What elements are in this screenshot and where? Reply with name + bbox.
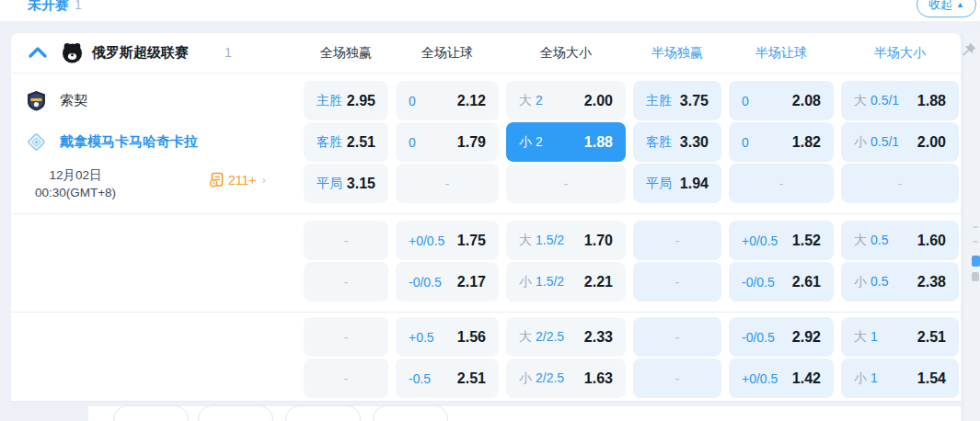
bet-label-prefix: 大	[519, 329, 532, 344]
odds-cell[interactable]: 客胜3.30	[633, 122, 721, 162]
odds-cell[interactable]: 小11.54	[841, 358, 959, 398]
bet-line: 0.5/1	[870, 134, 899, 149]
chevron-right-icon: ›	[262, 173, 266, 187]
away-team-name[interactable]: 戴拿模马卡马哈奇卡拉	[60, 133, 198, 151]
odds-cell[interactable]: 02.08	[729, 81, 834, 120]
match-datetime: 12月02日 00:30(GMT+8)	[11, 167, 140, 202]
odds-cell[interactable]: 小1.5/22.21	[506, 262, 626, 302]
bet-label-prefix: 小	[854, 274, 867, 289]
bet-label-prefix: 小	[854, 370, 867, 385]
empty-dash: -	[344, 371, 349, 386]
more-markets-link[interactable]: 211+ ›	[209, 172, 266, 188]
match-time: 00:30(GMT+8)	[11, 185, 140, 202]
odds-cell[interactable]: 大0.51.60	[841, 221, 959, 260]
bet-line: 0.5/1	[870, 93, 899, 108]
bet-label-prefix: 大	[519, 93, 532, 108]
bottom-pill[interactable]	[285, 405, 361, 421]
odds-cell[interactable]: 主胜2.95	[304, 81, 388, 120]
odds-value: 2.51	[457, 370, 486, 387]
bet-line: -0/0.5	[409, 275, 442, 290]
odds-block: -+0.51.56大2/2.52.33--0/0.52.92大12.51--0.…	[304, 317, 959, 400]
bet-label: -0.5	[409, 371, 431, 386]
chevron-up-icon[interactable]	[28, 44, 48, 63]
floating-widget-blue-icon[interactable]	[972, 256, 980, 267]
odds-cell[interactable]: 大0.5/11.88	[841, 81, 959, 120]
odds-value: 3.75	[680, 93, 709, 109]
pushpin-icon[interactable]	[961, 41, 977, 58]
bottom-pill[interactable]	[373, 405, 448, 421]
odds-cell-selected[interactable]: 小21.88	[506, 122, 626, 162]
bet-line: 2/2.5	[536, 329, 564, 344]
home-team-logo	[26, 90, 47, 111]
section-divider	[11, 213, 961, 214]
empty-dash: -	[344, 233, 349, 248]
odds-cell[interactable]: +0/0.51.42	[729, 358, 834, 398]
odds-row: 平局3.15--平局1.94--	[304, 164, 959, 203]
odds-cell[interactable]: -0/0.52.61	[729, 262, 834, 302]
odds-value: 2.61	[792, 274, 821, 290]
odds-row: 主胜2.9502.12大22.00主胜3.7502.08大0.5/11.88	[304, 81, 959, 120]
odds-cell[interactable]: +0/0.51.52	[729, 221, 834, 260]
odds-cell[interactable]: 小2/2.51.63	[506, 358, 626, 398]
odds-cell[interactable]: 大12.51	[841, 317, 959, 357]
odds-cell[interactable]: +0/0.51.75	[396, 221, 499, 260]
markets-count: 211+	[228, 173, 257, 188]
odds-cell-empty: -	[304, 221, 388, 260]
odds-cell[interactable]: -0/0.52.92	[729, 317, 834, 357]
odds-cell[interactable]: 大1.5/21.70	[506, 221, 626, 260]
odds-cell[interactable]: 大22.00	[506, 81, 626, 120]
col-header-halftime-overunder: 半场大小	[841, 45, 959, 62]
odds-cell[interactable]: 平局3.15	[304, 164, 388, 203]
away-team-logo	[26, 131, 47, 153]
tab-not-started[interactable]: 未开赛1	[28, 0, 82, 14]
bet-label: 主胜	[646, 93, 672, 109]
floating-widget-gray-icon[interactable]	[972, 272, 979, 281]
bottom-pill[interactable]	[198, 405, 273, 421]
bet-line: 0	[742, 135, 749, 150]
odds-row: --0.52.51小2/2.51.63-+0/0.51.42小11.54	[304, 358, 959, 398]
odds-cell[interactable]: -0/0.52.17	[396, 262, 499, 302]
odds-cell[interactable]: 主胜3.75	[633, 81, 721, 120]
bet-label: 0	[742, 135, 749, 150]
bet-label-prefix: 大	[854, 233, 867, 247]
odds-value: 1.88	[917, 93, 946, 109]
odds-cell[interactable]: +0.51.56	[396, 317, 499, 357]
odds-row: -+0/0.51.75大1.5/21.70-+0/0.51.52大0.51.60	[304, 221, 959, 260]
markets-list-icon	[209, 172, 225, 188]
league-header-row[interactable]: 俄罗斯超级联赛 1 全场独赢 全场让球 全场大小 半场独赢 半场让球 半场大小	[11, 33, 961, 74]
odds-cell[interactable]: 小0.5/12.00	[841, 122, 959, 162]
collapse-all-button[interactable]: 收起 ▲	[917, 0, 976, 17]
bet-line: 0.5	[870, 274, 888, 289]
odds-value: 1.60	[917, 233, 946, 249]
odds-cell[interactable]: 客胜2.51	[304, 122, 388, 162]
bet-label: 0	[409, 94, 416, 108]
odds-value: 2.00	[917, 134, 946, 151]
odds-cell[interactable]: 平局1.94	[633, 164, 721, 203]
odds-cell[interactable]: 大2/2.52.33	[506, 317, 626, 357]
bet-line: 1	[870, 370, 878, 385]
odds-cell-empty: -	[633, 358, 721, 398]
odds-cell[interactable]: 01.82	[729, 122, 834, 162]
odds-cell[interactable]: -0.52.51	[396, 358, 499, 398]
bottom-pill[interactable]	[113, 405, 189, 421]
column-headers: 全场独赢 全场让球 全场大小 半场独赢 半场让球 半场大小	[304, 33, 959, 74]
collapse-all-label: 收起	[928, 0, 952, 13]
bet-label: 平局	[646, 176, 672, 192]
empty-dash: -	[779, 176, 784, 191]
bet-line: 客胜	[646, 134, 672, 149]
odds-value: 2.51	[917, 329, 946, 346]
odds-cell[interactable]: 小0.52.38	[841, 262, 959, 302]
bet-label: 大2/2.5	[519, 329, 564, 346]
odds-value: 2.12	[457, 93, 486, 109]
odds-cell[interactable]: 01.79	[396, 122, 499, 162]
empty-dash: -	[898, 176, 903, 191]
top-bar: 未开赛1 收起 ▲	[0, 0, 980, 22]
odds-cell-empty: -	[633, 262, 721, 302]
bet-line: 0	[742, 94, 749, 108]
odds-cell[interactable]: 02.12	[396, 81, 499, 120]
bet-label: 客胜	[317, 134, 342, 151]
bet-label-prefix: 小	[519, 370, 532, 385]
empty-dash: -	[675, 330, 680, 345]
odds-value: 2.95	[347, 93, 375, 109]
odds-value: 2.33	[584, 329, 613, 346]
